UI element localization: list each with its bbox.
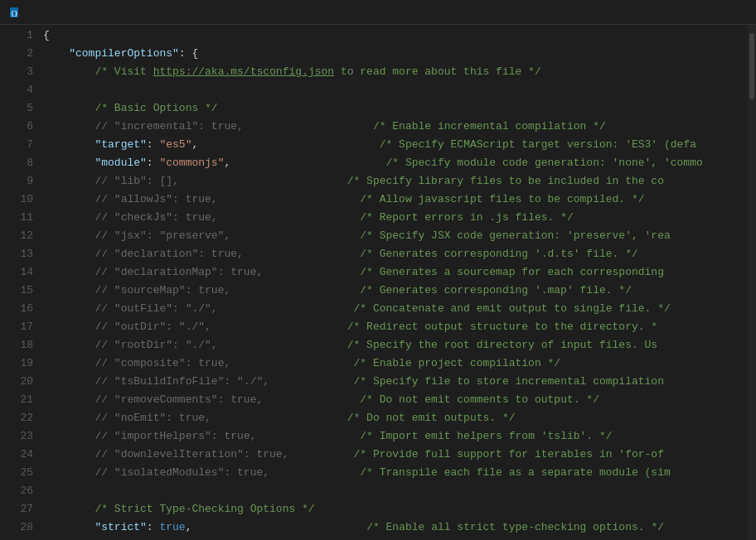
- token: /* Redirect output structure to the dire…: [347, 321, 657, 333]
- token: : {: [179, 47, 198, 60]
- token: [269, 466, 360, 479]
- code-line: // "lib": [], /* Specify library files t…: [40, 172, 748, 190]
- code-line: "target": "es5", /* Specify ECMAScript t…: [40, 136, 748, 154]
- token: [218, 339, 347, 351]
- token: [43, 229, 94, 242]
- token: "target": [94, 138, 146, 151]
- scrollbar-thumb[interactable]: [749, 33, 754, 99]
- token: [230, 229, 360, 242]
- token: // "tsBuildInfoFile": "./",: [94, 375, 269, 388]
- line-number: 16: [0, 300, 33, 318]
- token: [43, 284, 94, 297]
- code-line: // "removeComments": true, /* Do not emi…: [40, 391, 748, 409]
- token: /* Generates a sourcemap for each corres…: [360, 266, 664, 278]
- token: /* Import emit helpers: [360, 430, 508, 442]
- code-line: [40, 482, 748, 500]
- token: :: [147, 157, 160, 169]
- token: [244, 248, 360, 260]
- token: [43, 102, 94, 114]
- token: /* Strict Type-Checking Options */: [94, 503, 314, 515]
- line-number: 19: [0, 354, 33, 373]
- token: /* Generates corresponding '.d.ts' file.…: [360, 248, 637, 260]
- token: // "declarationMap": true,: [94, 266, 263, 278]
- token: "module": [94, 157, 146, 169]
- line-number: 13: [0, 245, 33, 263]
- code-line: // "rootDir": "./", /* Specify the root …: [40, 336, 748, 354]
- token: [198, 138, 379, 151]
- code-line: // "declaration": true, /* Generates cor…: [40, 245, 748, 263]
- code-line: {: [40, 27, 748, 45]
- token: // "downlevelIteration": true,: [94, 448, 288, 460]
- token: // "sourceMap": true,: [94, 284, 230, 297]
- token: // "allowJs": true,: [94, 193, 217, 205]
- token: // "outFile": "./",: [94, 302, 217, 315]
- token: /* Specify module code generation: 'none…: [386, 157, 703, 169]
- token: {: [43, 29, 50, 41]
- line-number: 21: [0, 391, 33, 409]
- code-line: // "outFile": "./", /* Concatenate and e…: [40, 300, 748, 318]
- token: /* Generates corresponding '.map' file. …: [360, 284, 632, 297]
- token: [43, 503, 94, 515]
- token: [43, 521, 94, 533]
- token: "es5": [159, 138, 191, 151]
- code-line: /* Strict Type-Checking Options */: [40, 500, 748, 518]
- token: 'tslib'. */: [535, 430, 613, 442]
- line-number: 4: [0, 81, 33, 99]
- token: :: [147, 138, 160, 151]
- line-number: 25: [0, 464, 33, 482]
- token: // "lib": [],: [94, 175, 178, 187]
- token: [256, 430, 360, 442]
- token: // "declaration": true,: [94, 248, 243, 260]
- line-number: 29: [0, 537, 33, 540]
- token: /* Do not emit comments to output. */: [360, 393, 599, 406]
- token: [263, 393, 360, 406]
- token: "compilerOptions": [69, 47, 179, 60]
- token: [263, 266, 360, 278]
- scrollbar[interactable]: [748, 25, 756, 540]
- line-number: 7: [0, 136, 33, 154]
- token: true: [159, 521, 185, 533]
- token: /* Transpile each file as a separate mod…: [360, 466, 670, 479]
- token: // "composite": true,: [94, 357, 230, 369]
- line-number: 18: [0, 336, 33, 354]
- token: [43, 248, 94, 260]
- line-number: 11: [0, 209, 33, 227]
- line-number: 2: [0, 45, 33, 63]
- token: /* Specify the root directory of input f…: [347, 339, 657, 351]
- code-line: "strict": true, /* Enable all strict typ…: [40, 518, 748, 537]
- token: // "removeComments": true,: [94, 393, 263, 406]
- token: [43, 266, 94, 278]
- code-area[interactable]: { "compilerOptions": { /* Visit https://…: [40, 25, 748, 540]
- token: [288, 448, 353, 460]
- token: /* Report errors in .js files. */: [360, 211, 573, 224]
- token: /* Specify library files to be included …: [347, 175, 664, 187]
- token: [43, 175, 94, 187]
- code-line: // "composite": true, /* Enable project …: [40, 354, 748, 373]
- code-line: [40, 81, 748, 99]
- code-line: /* Visit https://aka.ms/tsconfig.json to…: [40, 63, 748, 81]
- token: [43, 375, 94, 388]
- line-number: 28: [0, 518, 33, 537]
- token: [230, 357, 353, 369]
- token: [43, 466, 94, 479]
- token: [230, 157, 385, 169]
- code-line: // "tsBuildInfoFile": "./", /* Specify f…: [40, 373, 748, 391]
- token: [269, 375, 353, 388]
- code-line: // "jsx": "preserve", /* Specify JSX cod…: [40, 227, 748, 245]
- token: [218, 302, 354, 315]
- token: /* Enable incremental compilation */: [373, 120, 606, 133]
- token: [43, 138, 94, 151]
- code-line: "compilerOptions": {: [40, 45, 748, 63]
- token: // "outDir": "./",: [94, 321, 211, 333]
- line-number: 14: [0, 263, 33, 282]
- svg-text:{}: {}: [11, 10, 17, 17]
- line-number: 8: [0, 154, 33, 172]
- token: from: [509, 430, 535, 442]
- token: /* Specify ECMAScript target version: 'E…: [380, 138, 696, 151]
- token: [179, 175, 347, 187]
- token: // "incremental": true,: [94, 120, 243, 133]
- line-number: 5: [0, 99, 33, 118]
- token: /* Visit: [94, 65, 153, 78]
- line-number: 17: [0, 318, 33, 336]
- code-line: // "isolatedModules": true, /* Transpile…: [40, 464, 748, 482]
